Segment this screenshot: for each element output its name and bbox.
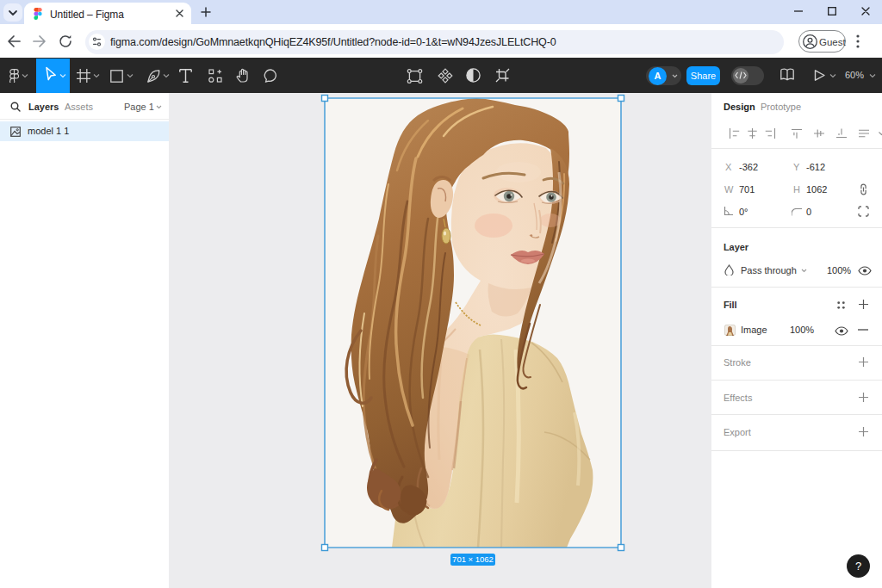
svg-text:701 × 1062: 701 × 1062	[452, 554, 494, 564]
